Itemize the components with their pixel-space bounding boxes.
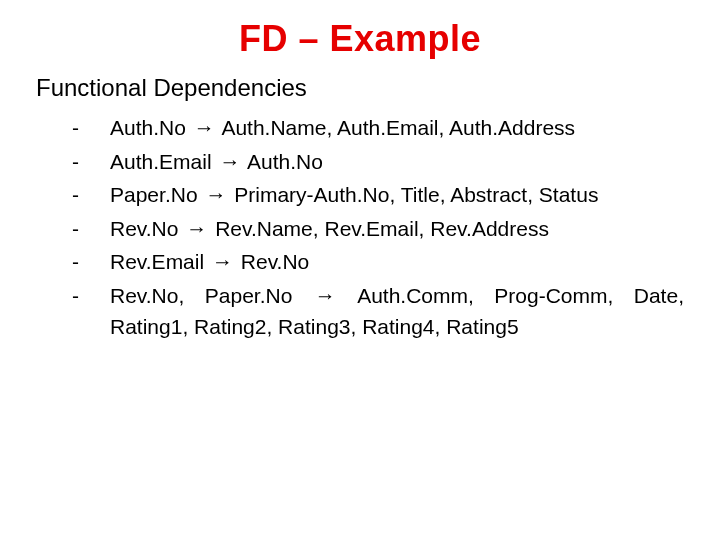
slide-subtitle: Functional Dependencies — [36, 74, 684, 102]
slide-title: FD – Example — [36, 18, 684, 60]
arrow-icon: → — [217, 146, 242, 178]
fd-lhs: Rev.No — [110, 217, 178, 240]
fd-rhs: Primary-Auth.No, Title, Abstract, Status — [234, 183, 598, 206]
arrow-icon: → — [184, 213, 209, 245]
list-item: Auth.Email → Auth.No — [72, 146, 684, 178]
arrow-icon: → — [210, 246, 235, 278]
fd-rhs: Rev.No — [241, 250, 309, 273]
list-item: Rev.No, Paper.No → Auth.Comm, Prog-Comm,… — [72, 280, 684, 343]
fd-rhs: Auth.Name, Auth.Email, Auth.Address — [221, 116, 575, 139]
fd-lhs: Paper.No — [110, 183, 198, 206]
fd-lhs: Rev.No, Paper.No — [110, 284, 292, 307]
fd-lhs: Rev.Email — [110, 250, 204, 273]
arrow-icon: → — [313, 280, 338, 312]
fd-rhs: Auth.No — [247, 150, 323, 173]
list-item: Rev.Email → Rev.No — [72, 246, 684, 278]
list-item: Rev.No → Rev.Name, Rev.Email, Rev.Addres… — [72, 213, 684, 245]
list-item: Paper.No → Primary-Auth.No, Title, Abstr… — [72, 179, 684, 211]
list-item: Auth.No → Auth.Name, Auth.Email, Auth.Ad… — [72, 112, 684, 144]
fd-lhs: Auth.No — [110, 116, 186, 139]
fd-list: Auth.No → Auth.Name, Auth.Email, Auth.Ad… — [36, 112, 684, 343]
fd-lhs: Auth.Email — [110, 150, 212, 173]
slide: FD – Example Functional Dependencies Aut… — [0, 0, 720, 540]
arrow-icon: → — [192, 112, 217, 144]
arrow-icon: → — [203, 179, 228, 211]
fd-rhs: Rev.Name, Rev.Email, Rev.Address — [215, 217, 549, 240]
